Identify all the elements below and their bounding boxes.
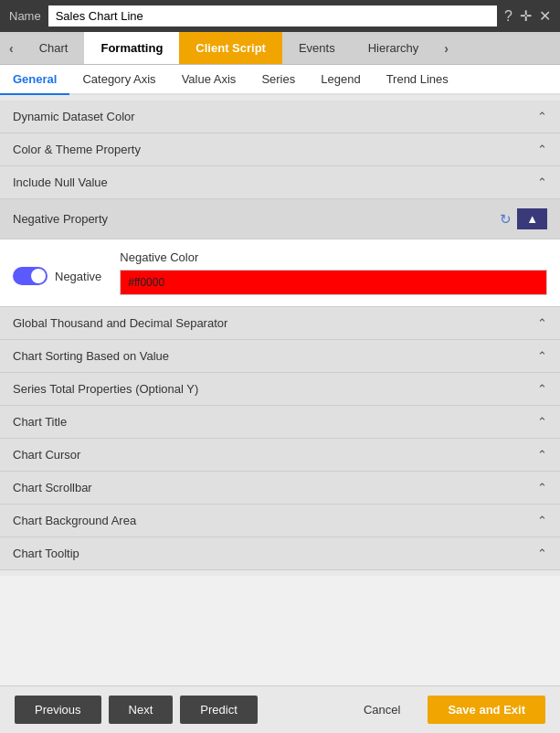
sub-tabs-bar: General Category Axis Value Axis Series …: [0, 65, 560, 95]
negative-color-label: Negative Color: [120, 250, 547, 264]
chevron-icon: ⌃: [537, 481, 547, 494]
color-section: Negative Color #ff0000: [120, 250, 547, 295]
toggle-knob: [31, 269, 46, 283]
subtab-general[interactable]: General: [0, 65, 69, 95]
app-header: Name ? ✛ ✕: [0, 0, 560, 32]
chevron-icon: ⌃: [537, 316, 547, 330]
subtab-trend-lines[interactable]: Trend Lines: [374, 65, 461, 95]
save-exit-button[interactable]: Save and Exit: [428, 696, 545, 724]
color-picker[interactable]: #ff0000: [120, 270, 547, 295]
accordion-include-null-value[interactable]: Include Null Value ⌃: [0, 166, 560, 199]
accordion-label: Series Total Properties (Optional Y): [13, 382, 198, 396]
help-icon[interactable]: ?: [504, 8, 512, 25]
predict-button[interactable]: Predict: [180, 696, 257, 724]
content-area: Dynamic Dataset Color ⌃ Color & Theme Pr…: [0, 95, 560, 576]
footer-bar: Previous Next Predict Cancel Save and Ex…: [0, 685, 560, 733]
accordion-negative-property-header[interactable]: Negative Property ↻ ▲: [0, 199, 560, 239]
tab-client-script[interactable]: Client Script: [179, 32, 282, 64]
chevron-icon: ⌃: [537, 547, 547, 560]
close-icon[interactable]: ✕: [539, 7, 551, 25]
previous-button[interactable]: Previous: [15, 696, 101, 724]
accordion-chart-cursor[interactable]: Chart Cursor ⌃: [0, 439, 560, 472]
chevron-icon: ⌃: [537, 175, 547, 189]
accordion-chart-tooltip[interactable]: Chart Tooltip ⌃: [0, 537, 560, 570]
accordion-label: Color & Theme Property: [13, 143, 141, 156]
subtab-legend[interactable]: Legend: [308, 65, 373, 95]
name-label: Name: [9, 9, 41, 23]
accordion-chart-background[interactable]: Chart Background Area ⌃: [0, 505, 560, 537]
nav-right-arrow[interactable]: ›: [435, 34, 458, 63]
subtab-series[interactable]: Series: [248, 65, 308, 95]
accordion-label: Chart Background Area: [13, 514, 136, 527]
cancel-button[interactable]: Cancel: [343, 696, 420, 724]
next-button[interactable]: Next: [109, 696, 174, 724]
toggle-label: Negative: [55, 270, 101, 283]
chevron-icon: ⌃: [537, 415, 547, 429]
subtab-category-axis[interactable]: Category Axis: [69, 65, 168, 95]
chevron-icon: ⌃: [537, 514, 547, 527]
tab-events[interactable]: Events: [282, 32, 352, 64]
tab-formatting[interactable]: Formatting: [84, 32, 179, 64]
accordion-label: Chart Sorting Based on Value: [13, 349, 169, 363]
accordion-color-theme[interactable]: Color & Theme Property ⌃: [0, 133, 560, 166]
move-icon[interactable]: ✛: [520, 7, 532, 25]
nav-left-arrow[interactable]: ‹: [0, 34, 23, 63]
accordion-label: Dynamic Dataset Color: [13, 110, 135, 123]
accordion-label: Global Thousand and Decimal Separator: [13, 316, 227, 330]
accordion-label: Chart Cursor: [13, 448, 80, 462]
accordion-series-total[interactable]: Series Total Properties (Optional Y) ⌃: [0, 373, 560, 406]
accordion-label: Chart Title: [13, 415, 67, 429]
refresh-icon[interactable]: ↻: [500, 211, 512, 228]
accordion-chart-scrollbar[interactable]: Chart Scrollbar ⌃: [0, 472, 560, 505]
accordion-label: Include Null Value: [13, 175, 108, 189]
chevron-icon: ⌃: [537, 110, 547, 123]
color-value: #ff0000: [128, 276, 164, 289]
negative-toggle[interactable]: [13, 267, 48, 285]
chevron-icon: ⌃: [537, 349, 547, 363]
chevron-icon: ⌃: [537, 448, 547, 462]
negative-property-label: Negative Property: [13, 212, 108, 226]
nav-tabs-bar: ‹ Chart Formatting Client Script Events …: [0, 32, 560, 65]
accordion-chart-sorting[interactable]: Chart Sorting Based on Value ⌃: [0, 340, 560, 373]
accordion-chart-title[interactable]: Chart Title ⌃: [0, 406, 560, 439]
header-icons: ? ✛ ✕: [504, 7, 551, 25]
negative-property-controls: ↻ ▲: [500, 208, 547, 229]
chevron-icon: ⌃: [537, 143, 547, 156]
accordion-label: Chart Tooltip: [13, 547, 79, 560]
subtab-value-axis[interactable]: Value Axis: [169, 65, 249, 95]
tab-chart[interactable]: Chart: [23, 32, 85, 64]
name-input[interactable]: [48, 5, 497, 27]
negative-property-body: Negative Negative Color #ff0000: [0, 239, 560, 307]
accordion-label: Chart Scrollbar: [13, 481, 92, 494]
tab-hierarchy[interactable]: Hierarchy: [352, 32, 436, 64]
negative-property-btn[interactable]: ▲: [517, 208, 547, 229]
toggle-container: Negative: [13, 267, 101, 285]
accordion-global-thousand[interactable]: Global Thousand and Decimal Separator ⌃: [0, 307, 560, 340]
accordion-dynamic-dataset-color[interactable]: Dynamic Dataset Color ⌃: [0, 101, 560, 133]
chevron-icon: ⌃: [537, 382, 547, 396]
